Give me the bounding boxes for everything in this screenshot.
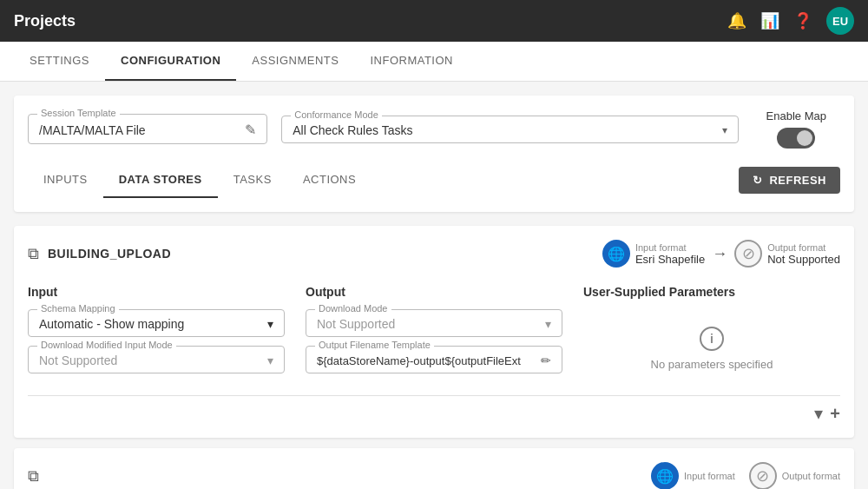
input-format-text: Input format Esri Shapefile <box>635 242 705 266</box>
schema-mapping-label: Schema Mapping <box>37 303 119 314</box>
schema-mapping-select[interactable]: Automatic - Show mapping ▾ <box>39 317 273 331</box>
user-params-col: User-Supplied Parameters i No parameters… <box>583 285 840 388</box>
user-params-title: User-Supplied Parameters <box>583 285 840 299</box>
datastore-header: ⧉ BUILDING_UPLOAD 🌐 Input format Esri Sh… <box>28 240 840 268</box>
config-row: Session Template /MALTA/MALTA File ✎ Con… <box>28 109 840 149</box>
datastore-card-partial: ⧉ 🌐 Input format ⊘ Output format <box>14 448 854 489</box>
tab-configuration[interactable]: CONFIGURATION <box>105 42 236 81</box>
session-template-edit-icon[interactable]: ✎ <box>245 122 256 138</box>
toggle-knob <box>797 130 812 146</box>
partial-copy-icon: ⧉ <box>28 467 39 486</box>
download-modified-mode-field: Download Modified Input Mode Not Support… <box>28 346 285 373</box>
bell-icon[interactable]: 🔔 <box>727 11 746 30</box>
output-filename-value-row: ${dataStoreName}-output${outputFileExt ✏ <box>317 354 551 367</box>
partial-no-icon: ⊘ <box>749 462 777 489</box>
io-row: Input Schema Mapping Automatic - Show ma… <box>28 285 840 388</box>
schema-mapping-value: Automatic - Show mapping <box>39 317 184 331</box>
output-format-text: Output format Not Supported <box>767 242 840 266</box>
partial-title-row: ⧉ <box>28 467 39 486</box>
output-format-value: Not Supported <box>767 253 840 266</box>
inner-tab-bar: INPUTS DATA STORES TASKS ACTIONS ↻ REFRE… <box>28 162 840 198</box>
download-modified-select[interactable]: Not Supported ▾ <box>39 354 273 367</box>
no-params-text: No parameters specified <box>651 358 773 371</box>
partial-output-format-label: Output format <box>782 471 840 481</box>
tab-actions[interactable]: ACTIONS <box>287 162 372 198</box>
enable-map-label: Enable Map <box>766 109 826 122</box>
partial-input-format-item: 🌐 Input format <box>651 462 735 489</box>
schema-mapping-dropdown-icon: ▾ <box>267 317 273 331</box>
session-template-label: Session Template <box>37 108 120 118</box>
enable-map-section: Enable Map <box>753 109 840 149</box>
input-format-item: 🌐 Input format Esri Shapefile <box>602 240 705 268</box>
output-filename-value: ${dataStoreName}-output${outputFileExt <box>317 354 537 367</box>
output-filename-field: Output Filename Template ${dataStoreName… <box>306 346 562 373</box>
output-format-no-icon: ⊘ <box>734 240 762 268</box>
datastore-bottom-row: ▾ + <box>28 395 840 424</box>
partial-output-format-item: ⊘ Output format <box>749 462 840 489</box>
download-mode-select[interactable]: Not Supported ▾ <box>317 317 551 331</box>
partial-input-format-label: Input format <box>684 471 735 481</box>
conformance-mode-field: Conformance Mode All Check Rules Tasks ▾ <box>281 116 738 143</box>
tab-information[interactable]: INFORMATION <box>354 42 469 81</box>
bottom-dropdown-icon[interactable]: ▾ <box>814 403 823 424</box>
tab-tasks[interactable]: TASKS <box>218 162 287 198</box>
info-icon: i <box>700 327 724 351</box>
format-arrow-icon: → <box>712 245 727 263</box>
chart-icon[interactable]: 📊 <box>760 11 779 30</box>
conformance-dropdown-icon: ▾ <box>722 124 727 136</box>
download-modified-label: Download Modified Input Mode <box>37 340 176 350</box>
output-filename-label: Output Filename Template <box>315 340 434 350</box>
refresh-label: REFRESH <box>769 174 826 187</box>
session-template-field: Session Template /MALTA/MALTA File ✎ <box>28 114 267 144</box>
format-row: 🌐 Input format Esri Shapefile → ⊘ Output… <box>602 240 840 268</box>
download-mode-label: Download Mode <box>315 303 391 314</box>
input-format-label: Input format <box>635 242 705 253</box>
download-mode-dropdown-icon: ▾ <box>545 317 551 331</box>
top-bar-icons: 🔔 📊 ❓ EU <box>727 7 854 35</box>
partial-input-format-text: Input format <box>684 471 735 481</box>
partial-format-row: 🌐 Input format ⊘ Output format <box>651 462 840 489</box>
datastore-card: ⧉ BUILDING_UPLOAD 🌐 Input format Esri Sh… <box>14 226 854 438</box>
output-format-item: ⊘ Output format Not Supported <box>734 240 840 268</box>
enable-map-toggle[interactable] <box>777 128 815 149</box>
bottom-add-icon[interactable]: + <box>830 404 840 424</box>
output-filename-edit-icon[interactable]: ✏ <box>541 354 551 367</box>
avatar[interactable]: EU <box>826 7 854 35</box>
refresh-button[interactable]: ↻ REFRESH <box>739 167 840 194</box>
top-bar: Projects 🔔 📊 ❓ EU <box>0 0 868 42</box>
output-format-label: Output format <box>767 242 840 253</box>
output-col-title: Output <box>306 285 562 299</box>
tab-inputs[interactable]: INPUTS <box>28 162 103 198</box>
input-format-value: Esri Shapefile <box>635 253 705 266</box>
download-modified-dropdown-icon: ▾ <box>267 354 273 367</box>
conformance-mode-select[interactable]: All Check Rules Tasks ▾ <box>293 123 727 137</box>
datastore-title-row: ⧉ BUILDING_UPLOAD <box>28 245 171 263</box>
main-content: Session Template /MALTA/MALTA File ✎ Con… <box>0 82 868 489</box>
config-card: Session Template /MALTA/MALTA File ✎ Con… <box>14 96 854 212</box>
tab-data-stores[interactable]: DATA STORES <box>103 162 218 198</box>
download-modified-value: Not Supported <box>39 354 117 367</box>
partial-globe-icon: 🌐 <box>651 462 679 489</box>
partial-output-format-text: Output format <box>782 471 840 481</box>
session-template-value: /MALTA/MALTA File ✎ <box>39 122 256 138</box>
download-mode-field: Download Mode Not Supported ▾ <box>306 309 562 337</box>
conformance-mode-value: All Check Rules Tasks <box>293 123 412 137</box>
input-format-globe-icon: 🌐 <box>602 240 630 268</box>
copy-icon: ⧉ <box>28 245 39 263</box>
inner-tabs: INPUTS DATA STORES TASKS ACTIONS <box>28 162 372 198</box>
help-icon[interactable]: ❓ <box>793 11 812 30</box>
app-title: Projects <box>14 12 76 30</box>
output-col: Output Download Mode Not Supported ▾ Out… <box>306 285 562 382</box>
conformance-mode-label: Conformance Mode <box>291 109 382 120</box>
input-col: Input Schema Mapping Automatic - Show ma… <box>28 285 285 382</box>
tab-assignments[interactable]: ASSIGNMENTS <box>236 42 354 81</box>
refresh-icon: ↻ <box>753 174 763 187</box>
schema-mapping-field: Schema Mapping Automatic - Show mapping … <box>28 309 285 337</box>
no-params-section: i No parameters specified <box>583 309 840 388</box>
tab-settings[interactable]: SETTINGS <box>14 42 105 81</box>
datastore-name: BUILDING_UPLOAD <box>48 247 171 261</box>
download-mode-value: Not Supported <box>317 317 395 331</box>
top-nav: SETTINGS CONFIGURATION ASSIGNMENTS INFOR… <box>0 42 868 82</box>
partial-header: ⧉ 🌐 Input format ⊘ Output format <box>28 462 840 489</box>
input-col-title: Input <box>28 285 285 299</box>
